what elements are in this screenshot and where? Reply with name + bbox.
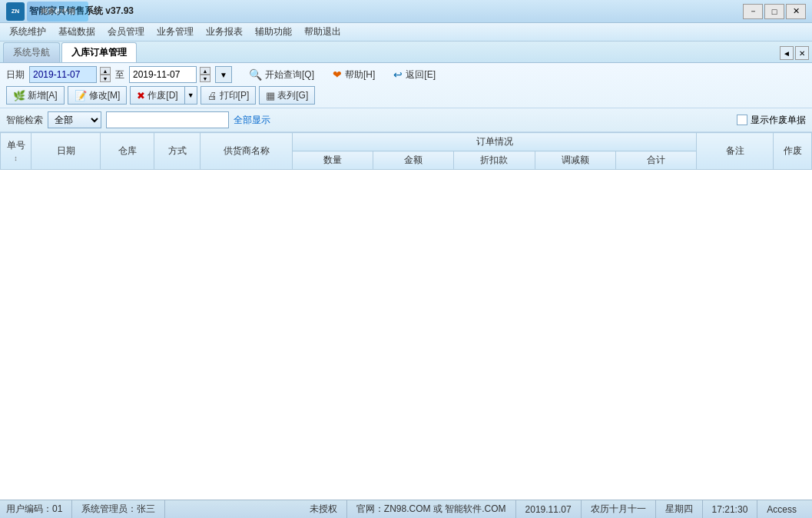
status-access: Access: [757, 500, 806, 518]
status-time: 17:21:30: [703, 500, 758, 518]
column-icon: ▦: [266, 90, 275, 101]
date-dropdown-arrow[interactable]: ▼: [215, 66, 232, 83]
void-label: 作废[D]: [147, 89, 177, 102]
status-lunar: 农历十月十一: [582, 500, 656, 518]
show-voided-label: 显示作废单据: [751, 114, 806, 127]
search-category-select[interactable]: 全部: [48, 111, 101, 128]
query-icon: 🔍: [249, 68, 262, 81]
app-logo: ZN: [6, 2, 25, 21]
date-separator: 至: [115, 68, 124, 81]
col-header-order: 单号 ↕: [1, 133, 31, 170]
show-all-button[interactable]: 全部显示: [234, 114, 270, 127]
return-label: 返回[E]: [406, 68, 436, 81]
menu-help[interactable]: 帮助退出: [298, 24, 347, 40]
menu-basic[interactable]: 基础数据: [52, 24, 101, 40]
return-icon: ↩: [393, 68, 403, 81]
window-controls: － □ ✕: [743, 4, 806, 19]
main-content: 日期 ▲ ▼ 至 ▲ ▼ ▼ 🔍 开始查询[Q] ❤ 帮助[H]: [0, 63, 812, 518]
menu-business[interactable]: 业务管理: [151, 24, 200, 40]
menu-system[interactable]: 系统维护: [3, 24, 52, 40]
menu-member[interactable]: 会员管理: [101, 24, 151, 40]
query-button[interactable]: 🔍 开始查询[Q]: [243, 67, 320, 83]
toolbar-crud-row: 🌿 新增[A] 📝 修改[M] ✖ 作废[D] ▼ 🖨 打印[P] ▦ 表列[: [6, 86, 806, 105]
order-sort-icon[interactable]: ↕: [14, 154, 18, 162]
status-admin: 系统管理员：张三: [72, 500, 165, 518]
show-voided-checkbox-group[interactable]: 显示作废单据: [737, 114, 806, 127]
status-date: 2019.11.07: [516, 500, 582, 518]
help-button[interactable]: ❤ 帮助[H]: [326, 67, 381, 83]
col-header-method: 方式: [154, 133, 201, 170]
date-from-up[interactable]: ▲: [100, 67, 111, 75]
tab-controls: ◄ ✕: [780, 46, 809, 60]
status-auth: 未授权: [300, 500, 347, 518]
void-button-group: ✖ 作废[D] ▼: [130, 86, 197, 105]
status-official: 官网：ZN98.COM 或 智能软件.COM: [347, 500, 516, 518]
col-header-supplier: 供货商名称: [201, 133, 293, 170]
tab-nav-prev[interactable]: ◄: [780, 46, 794, 60]
print-icon: 🖨: [207, 90, 217, 101]
col-header-order-info: 订单情况: [293, 133, 697, 151]
tab-close[interactable]: ✕: [795, 46, 809, 60]
column-button[interactable]: ▦ 表列[G]: [259, 86, 315, 105]
table-wrapper: 单号 ↕ 日期 仓库 方式 供货商名称: [0, 132, 812, 518]
status-user: 用户编码：01: [6, 500, 72, 518]
menu-bar: 系统维护 基础数据 会员管理 业务管理 业务报表 辅助功能 帮助退出: [0, 23, 812, 42]
column-label: 表列[G]: [277, 89, 308, 102]
col-header-note: 备注: [697, 133, 774, 170]
status-weekday: 星期四: [656, 500, 703, 518]
col-header-discount: 折扣款: [454, 151, 535, 170]
col-header-date: 日期: [31, 133, 101, 170]
new-label: 新增[A]: [28, 89, 58, 102]
edit-icon: 📝: [75, 90, 87, 101]
help-label: 帮助[H]: [345, 68, 375, 81]
edit-button[interactable]: 📝 修改[M]: [68, 86, 128, 105]
print-label: 打印[P]: [220, 89, 250, 102]
col-header-warehouse: 仓库: [101, 133, 154, 170]
app-title: 智能家具销售系统 v37.93: [29, 5, 134, 18]
help-icon: ❤: [333, 68, 342, 81]
date-from-spinner: ▲ ▼: [100, 67, 111, 82]
maximize-button[interactable]: □: [764, 4, 784, 19]
show-voided-checkbox[interactable]: [737, 115, 747, 125]
orders-table: 单号 ↕ 日期 仓库 方式 供货商名称: [0, 132, 812, 170]
col-header-total: 合计: [615, 151, 696, 170]
menu-report[interactable]: 业务报表: [200, 24, 249, 40]
close-button[interactable]: ✕: [786, 4, 806, 19]
search-row: 智能检索 全部 全部显示 显示作废单据: [0, 108, 812, 132]
search-label: 智能检索: [6, 114, 43, 127]
status-bar: 用户编码：01 系统管理员：张三 未授权 官网：ZN98.COM 或 智能软件.…: [0, 500, 812, 518]
date-to-spinner: ▲ ▼: [200, 67, 210, 82]
void-button[interactable]: ✖ 作废[D]: [130, 86, 184, 105]
date-to-up[interactable]: ▲: [200, 67, 210, 75]
date-to-input[interactable]: [129, 66, 197, 83]
toolbar-date-row: 日期 ▲ ▼ 至 ▲ ▼ ▼ 🔍 开始查询[Q] ❤ 帮助[H]: [0, 63, 812, 108]
menu-tools[interactable]: 辅助功能: [249, 24, 298, 40]
new-button[interactable]: 🌿 新增[A]: [6, 86, 65, 105]
col-header-amount: 金额: [373, 151, 454, 170]
return-button[interactable]: ↩ 返回[E]: [387, 67, 442, 83]
query-label: 开始查询[Q]: [265, 68, 314, 81]
date-to-down[interactable]: ▼: [200, 75, 210, 82]
date-from-input[interactable]: [29, 66, 97, 83]
tab-system-nav[interactable]: 系统导航: [3, 42, 60, 62]
print-button[interactable]: 🖨 打印[P]: [201, 86, 257, 105]
date-from-down[interactable]: ▼: [100, 75, 111, 82]
new-icon: 🌿: [13, 90, 25, 101]
action-buttons: 🔍 开始查询[Q] ❤ 帮助[H] ↩ 返回[E]: [243, 67, 442, 83]
date-label: 日期: [6, 68, 25, 81]
edit-label: 修改[M]: [89, 89, 121, 102]
void-icon: ✖: [137, 90, 145, 101]
col-header-qty: 数量: [293, 151, 373, 170]
col-header-void: 作废: [774, 133, 812, 170]
search-input[interactable]: [106, 111, 229, 128]
title-bar-left: ZN 智能家具销售系统 v37.93: [6, 2, 134, 21]
tab-bar: 系统导航 入库订单管理 ◄ ✕: [0, 42, 812, 63]
minimize-button[interactable]: －: [743, 4, 763, 19]
void-dropdown[interactable]: ▼: [184, 86, 197, 105]
tab-order-mgmt[interactable]: 入库订单管理: [61, 42, 137, 62]
col-header-adjustment: 调减额: [535, 151, 615, 170]
title-bar: ZN 智能家具销售系统 v37.93 网景软件园 － □ ✕: [0, 0, 812, 23]
